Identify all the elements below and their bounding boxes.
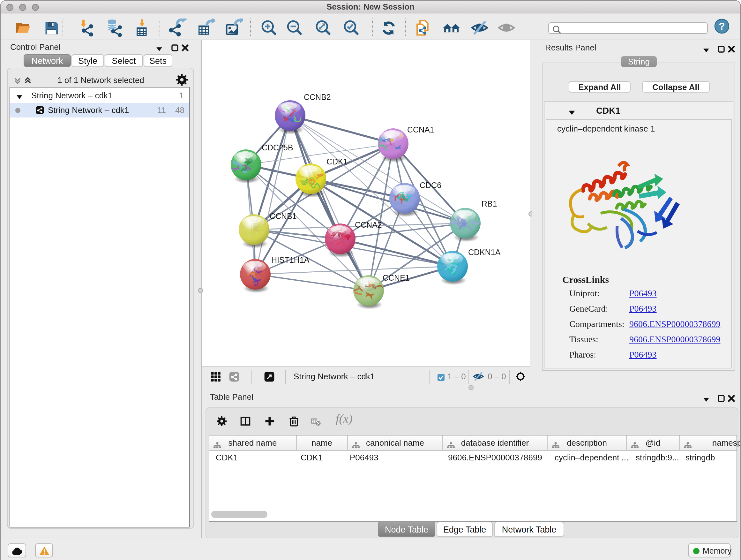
svg-text:CDC25B: CDC25B [262,143,293,152]
svg-text:CCNE1: CCNE1 [383,273,410,282]
svg-text:CDK1: CDK1 [327,157,348,166]
svg-text:CCNB2: CCNB2 [304,92,331,102]
svg-text:RB1: RB1 [482,199,497,208]
svg-text:CDC6: CDC6 [420,181,441,190]
svg-text:CCNB1: CCNB1 [270,212,297,221]
svg-text:CCNA1: CCNA1 [407,125,434,134]
svg-text:?: ? [719,20,725,32]
svg-text:CCNA2: CCNA2 [355,220,382,229]
svg-text:CDKN1A: CDKN1A [468,248,501,257]
svg-text:HIST1H1A: HIST1H1A [271,255,310,264]
